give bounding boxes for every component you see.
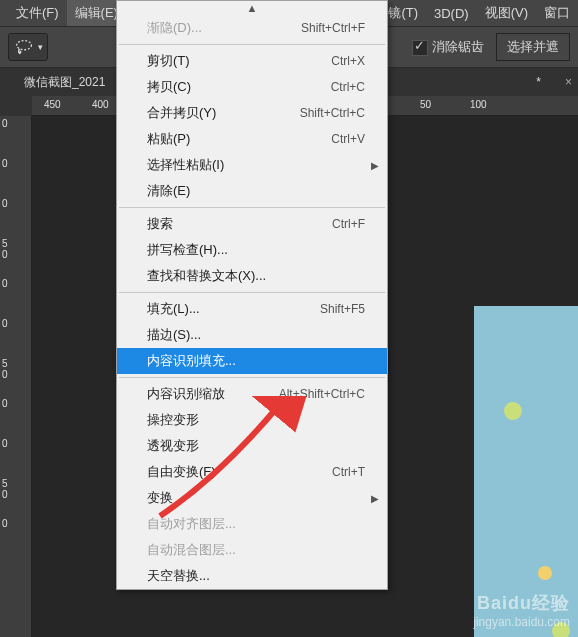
antialias-option[interactable]: 消除锯齿 bbox=[412, 38, 484, 56]
submenu-arrow-icon: ▶ bbox=[371, 493, 379, 504]
menu-item[interactable]: 内容识别填充... bbox=[117, 348, 387, 374]
chevron-down-icon: ▾ bbox=[38, 42, 43, 52]
menu-item-label: 操控变形 bbox=[147, 411, 365, 429]
menu-item-shortcut: Ctrl+F bbox=[332, 217, 365, 231]
menu-item-label: 内容识别填充... bbox=[147, 352, 365, 370]
menu-scroll-up[interactable]: ▲ bbox=[117, 1, 387, 15]
menu-item-label: 自动混合图层... bbox=[147, 541, 365, 559]
menu-item-label: 变换 bbox=[147, 489, 365, 507]
menu-item-label: 自动对齐图层... bbox=[147, 515, 365, 533]
menu-item-shortcut: Shift+Ctrl+C bbox=[300, 106, 365, 120]
menu-3d[interactable]: 3D(D) bbox=[426, 2, 477, 25]
menu-item[interactable]: 天空替换... bbox=[117, 563, 387, 589]
menu-item[interactable]: 合并拷贝(Y)Shift+Ctrl+C bbox=[117, 100, 387, 126]
menu-item[interactable]: 操控变形 bbox=[117, 407, 387, 433]
menu-item[interactable]: 粘贴(P)Ctrl+V bbox=[117, 126, 387, 152]
menu-file[interactable]: 文件(F) bbox=[8, 0, 67, 26]
menu-item-label: 渐隐(D)... bbox=[147, 19, 301, 37]
menu-separator bbox=[119, 292, 385, 293]
menu-item-label: 粘贴(P) bbox=[147, 130, 331, 148]
menu-item[interactable]: 透视变形 bbox=[117, 433, 387, 459]
menu-separator bbox=[119, 377, 385, 378]
menu-item-label: 选择性粘贴(I) bbox=[147, 156, 365, 174]
menu-item-label: 清除(E) bbox=[147, 182, 365, 200]
menu-item[interactable]: 拷贝(C)Ctrl+C bbox=[117, 74, 387, 100]
menu-item[interactable]: 描边(S)... bbox=[117, 322, 387, 348]
document-tab-ext: * bbox=[530, 71, 547, 93]
menu-view[interactable]: 视图(V) bbox=[477, 0, 536, 26]
vertical-ruler: 0 0 0 5 0 0 0 5 0 0 0 5 0 0 bbox=[0, 116, 32, 637]
menu-item-shortcut: Ctrl+V bbox=[331, 132, 365, 146]
antialias-checkbox[interactable] bbox=[412, 40, 428, 56]
menu-item[interactable]: 剪切(T)Ctrl+X bbox=[117, 48, 387, 74]
edit-menu-dropdown: ▲ 渐隐(D)...Shift+Ctrl+F剪切(T)Ctrl+X拷贝(C)Ct… bbox=[116, 0, 388, 590]
menu-item[interactable]: 填充(L)...Shift+F5 bbox=[117, 296, 387, 322]
menu-separator bbox=[119, 207, 385, 208]
menu-item-label: 合并拷贝(Y) bbox=[147, 104, 300, 122]
menu-item: 渐隐(D)...Shift+Ctrl+F bbox=[117, 15, 387, 41]
shape-dot bbox=[538, 566, 552, 580]
menu-item-label: 查找和替换文本(X)... bbox=[147, 267, 365, 285]
menu-separator bbox=[119, 44, 385, 45]
image-content bbox=[474, 306, 578, 637]
menu-item[interactable]: 自由变换(F)Ctrl+T bbox=[117, 459, 387, 485]
menu-item[interactable]: 内容识别缩放Alt+Shift+Ctrl+C bbox=[117, 381, 387, 407]
menu-item-label: 自由变换(F) bbox=[147, 463, 332, 481]
menu-item: 自动对齐图层... bbox=[117, 511, 387, 537]
menu-item-label: 拼写检查(H)... bbox=[147, 241, 365, 259]
menu-item-shortcut: Shift+Ctrl+F bbox=[301, 21, 365, 35]
menu-item[interactable]: 查找和替换文本(X)... bbox=[117, 263, 387, 289]
select-mask-button[interactable]: 选择并遮 bbox=[496, 33, 570, 61]
menu-item-label: 填充(L)... bbox=[147, 300, 320, 318]
menu-item[interactable]: 选择性粘贴(I)▶ bbox=[117, 152, 387, 178]
menu-item-shortcut: Ctrl+T bbox=[332, 465, 365, 479]
watermark: Baidu经验 jingyan.baidu.com bbox=[473, 591, 570, 629]
menu-item-shortcut: Ctrl+C bbox=[331, 80, 365, 94]
menu-item-label: 透视变形 bbox=[147, 437, 365, 455]
menu-item-label: 内容识别缩放 bbox=[147, 385, 279, 403]
menu-item-label: 剪切(T) bbox=[147, 52, 331, 70]
menu-item[interactable]: 搜索Ctrl+F bbox=[117, 211, 387, 237]
submenu-arrow-icon: ▶ bbox=[371, 160, 379, 171]
document-tab[interactable]: 微信截图_2021 bbox=[18, 70, 111, 95]
menu-item-label: 描边(S)... bbox=[147, 326, 365, 344]
menu-window[interactable]: 窗口 bbox=[536, 0, 578, 26]
menu-item[interactable]: 清除(E) bbox=[117, 178, 387, 204]
menu-item-shortcut: Shift+F5 bbox=[320, 302, 365, 316]
lasso-tool-button[interactable]: ▾ bbox=[8, 33, 48, 61]
menu-item[interactable]: 拼写检查(H)... bbox=[117, 237, 387, 263]
menu-item-label: 拷贝(C) bbox=[147, 78, 331, 96]
menu-item: 自动混合图层... bbox=[117, 537, 387, 563]
menu-item[interactable]: 变换▶ bbox=[117, 485, 387, 511]
menu-item-shortcut: Alt+Shift+Ctrl+C bbox=[279, 387, 365, 401]
menu-item-shortcut: Ctrl+X bbox=[331, 54, 365, 68]
svg-point-0 bbox=[16, 41, 31, 50]
menu-item-label: 天空替换... bbox=[147, 567, 365, 585]
shape-dot bbox=[504, 402, 522, 420]
close-tab-icon[interactable]: × bbox=[559, 71, 578, 93]
menu-item-label: 搜索 bbox=[147, 215, 332, 233]
